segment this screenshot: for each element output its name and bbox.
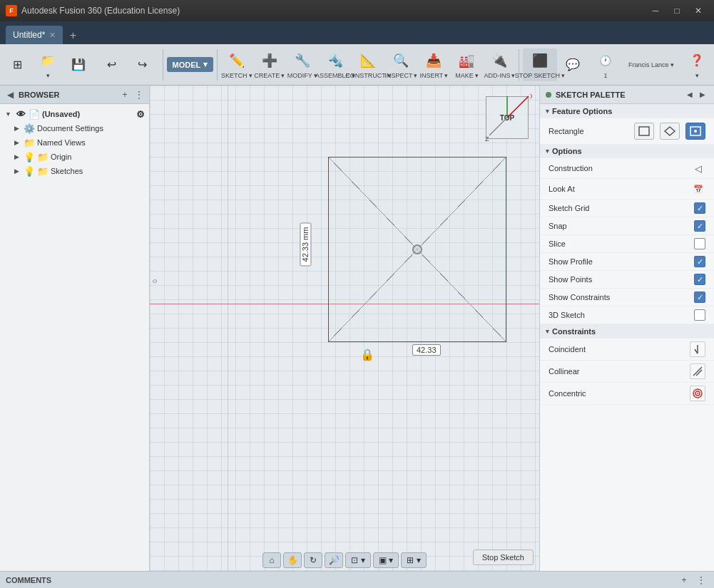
snap-label: Snap — [549, 222, 690, 230]
tree-label-origin: Origin — [51, 153, 146, 161]
svg-point-15 — [697, 393, 698, 394]
look-at-icon[interactable]: 📅 — [691, 182, 705, 196]
tree-arrow-doc: ▶ — [11, 123, 21, 133]
tree-item-document-settings[interactable]: ▶ ⚙️ Document Settings — [0, 121, 149, 135]
tab-untitled[interactable]: Untitled* ✕ — [6, 26, 63, 44]
maximize-button[interactable]: □ — [667, 4, 687, 18]
left-ruler: 0 — [151, 279, 158, 283]
tree-icon-sketches-light: 💡 — [24, 165, 35, 177]
bottom-bar: COMMENTS + ⋮ — [0, 571, 714, 588]
browser-menu-icon[interactable]: ⋮ — [133, 89, 145, 100]
snap-checkbox[interactable]: ✓ — [694, 220, 705, 232]
tree-item-root[interactable]: ▾ 👁 📄 (Unsaved) ⚙ — [0, 107, 149, 121]
save-button[interactable]: 💾 — [64, 53, 93, 77]
user-button[interactable]: Francis Lance ▾ — [624, 59, 678, 71]
browser-header: ◀ BROWSER + ⋮ — [0, 86, 149, 104]
feature-options-section-header[interactable]: ▾ Feature Options — [540, 104, 714, 118]
model-selector[interactable]: MODEL ▾ — [167, 57, 214, 72]
zoom-fit-button[interactable]: ⊡ ▾ — [345, 552, 371, 568]
construction-icon[interactable]: ◁ — [691, 161, 705, 175]
center-rectangle-button[interactable] — [685, 123, 705, 140]
help-button[interactable]: ❓ ▾ — [683, 48, 711, 81]
constraints-section-header[interactable]: ▾ Constraints — [540, 324, 714, 339]
palette-status-dot — [546, 92, 551, 98]
view-cube[interactable]: TOP X Z — [482, 93, 532, 143]
browser-collapse-icon[interactable]: ◀ — [4, 89, 16, 100]
sketch-button[interactable]: ✏️ SKETCH ▾ — [221, 48, 253, 81]
grid-icon[interactable]: ⊞ — [3, 53, 31, 77]
svg-text:Z: Z — [485, 135, 489, 143]
show-profile-checkbox[interactable]: ✓ — [694, 256, 705, 267]
svg-line-0 — [507, 96, 529, 118]
app-icon: F — [6, 5, 17, 16]
concentric-icon[interactable] — [690, 386, 705, 401]
lock-icon: 🔒 — [360, 348, 374, 361]
orbit-button[interactable]: ↻ — [304, 552, 322, 568]
3d-sketch-checkbox[interactable] — [694, 309, 705, 321]
slice-label: Slice — [549, 239, 690, 248]
folder-button[interactable]: 📁 ▾ — [34, 48, 62, 81]
tree-item-origin[interactable]: ▶ 💡 📁 Origin — [0, 150, 149, 164]
modify-button[interactable]: 🔧 MODIFY ▾ — [287, 48, 318, 81]
create-button[interactable]: ➕ CREATE ▾ — [254, 48, 285, 81]
grid-toggle-button[interactable]: ⊞ ▾ — [401, 552, 427, 568]
stop-sketch-button[interactable]: Stop Sketch — [473, 550, 534, 565]
make-button[interactable]: 🏭 MAKE ▾ — [451, 48, 482, 81]
chat-button[interactable]: 💬 — [559, 53, 587, 77]
corner-rectangle-button[interactable] — [634, 123, 654, 140]
diamond-rectangle-button[interactable] — [660, 123, 680, 140]
tree-icon-origin: 📁 — [37, 151, 49, 163]
collinear-icon[interactable] — [690, 363, 705, 379]
history-button[interactable]: 🕐 1 — [591, 48, 620, 81]
sketch-grid-checkbox[interactable]: ✓ — [694, 202, 705, 214]
tree-label-sketches: Sketches — [51, 167, 146, 175]
show-points-checkbox[interactable]: ✓ — [694, 274, 705, 285]
sketch-palette-header: SKETCH PALETTE ◀ ▶ — [540, 86, 714, 104]
palette-left-arrow[interactable]: ◀ — [684, 89, 695, 100]
construct-button[interactable]: 📐 CONSTRUCT ▾ — [352, 48, 384, 81]
separator2 — [217, 49, 218, 81]
palette-right-arrow[interactable]: ▶ — [697, 89, 708, 100]
undo-button[interactable]: ↩ — [97, 53, 126, 77]
inspect-button[interactable]: 🔍 INSPECT ▾ — [385, 48, 417, 81]
rectangle-label: Rectangle — [549, 127, 628, 135]
option-show-profile: Show Profile ✓ — [540, 253, 714, 271]
stop-sketch-toolbar-button[interactable]: ⬛ STOP SKETCH ▾ — [523, 48, 557, 81]
show-points-label: Show Points — [549, 275, 690, 284]
tree-item-sketches[interactable]: ▶ 💡 📁 Sketches — [0, 164, 149, 178]
dimension-label-horizontal: 42.33 — [412, 344, 441, 356]
comments-menu-button[interactable]: ⋮ — [694, 574, 708, 587]
dimension-label-vertical: 42.33 mm — [300, 223, 311, 267]
display-button[interactable]: ▣ ▾ — [373, 552, 399, 568]
coincident-icon[interactable] — [690, 341, 705, 357]
home-view-button[interactable]: ⌂ — [262, 552, 281, 568]
svg-text:X: X — [530, 93, 532, 100]
insert-button[interactable]: 📥 INSERT ▾ — [418, 48, 449, 81]
browser-content: ▾ 👁 📄 (Unsaved) ⚙ ▶ ⚙️ Document Settings… — [0, 104, 149, 571]
tab-close-icon[interactable]: ✕ — [49, 31, 56, 40]
browser-title: BROWSER — [19, 91, 116, 99]
slice-checkbox[interactable] — [694, 238, 705, 249]
browser-add-icon[interactable]: + — [119, 89, 131, 100]
comments-add-button[interactable]: + — [677, 574, 691, 587]
coincident-label: Coincident — [549, 345, 685, 354]
pan-button[interactable]: ✋ — [283, 552, 302, 568]
toolbar: ⊞ 📁 ▾ 💾 ↩ ↪ MODEL ▾ ✏️ SKETCH ▾ ➕ CREATE… — [0, 44, 714, 86]
close-button[interactable]: ✕ — [688, 4, 708, 18]
tree-icon-origin-light: 💡 — [24, 151, 35, 163]
show-constraints-checkbox[interactable]: ✓ — [694, 292, 705, 303]
tab-label: Untitled* — [13, 30, 45, 40]
addins-button[interactable]: 🔌 ADD-INS ▾ — [484, 48, 515, 81]
minimize-button[interactable]: ─ — [646, 4, 665, 18]
zoom-button[interactable]: 🔎 — [325, 552, 343, 568]
new-tab-button[interactable]: + — [64, 27, 81, 44]
tree-item-named-views[interactable]: ▶ 📁 Named Views — [0, 135, 149, 150]
tabbar: Untitled* ✕ + — [0, 21, 714, 44]
constraints-label: Constraints — [552, 327, 596, 336]
constraint-collinear: Collinear — [540, 361, 714, 383]
redo-button[interactable]: ↪ — [128, 53, 156, 77]
tree-settings-icon[interactable]: ⚙ — [135, 108, 146, 120]
options-section-header[interactable]: ▾ Options — [540, 144, 714, 158]
viewport[interactable]: 42.33 mm 🔒 42.33 TOP X Z 0 ⌂ ✋ — [150, 86, 539, 571]
feature-options-row: Rectangle — [540, 118, 714, 144]
